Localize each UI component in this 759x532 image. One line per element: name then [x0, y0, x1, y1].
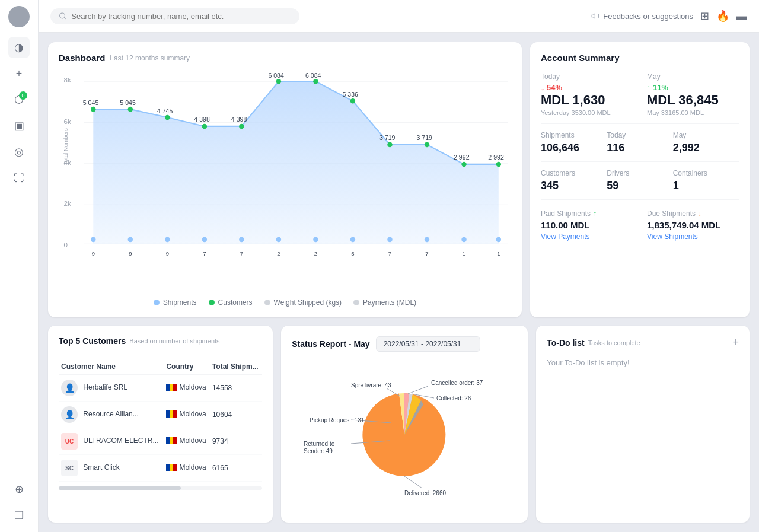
svg-point-0	[60, 13, 65, 18]
svg-text:7: 7	[388, 250, 391, 257]
pie-chart-container: Spre livrare: 43 Cancelled order: 37 Col…	[292, 358, 517, 512]
table-row: 👤 Resource Allian... Moldova 10604	[59, 402, 262, 428]
sidebar-item-add[interactable]: +	[8, 63, 30, 84]
svg-rect-74	[173, 384, 177, 391]
header-right: Feedbacks or suggestions ⊞ 🔥 ▬	[591, 9, 747, 23]
sidebar: ◑ + ⬡ 0 ▣ ◎ ⛶ ⊕ ❐	[0, 0, 39, 532]
main-content: Feedbacks or suggestions ⊞ 🔥 ▬ Dashboard…	[39, 0, 759, 532]
search-box[interactable]	[50, 8, 299, 24]
sidebar-item-layers[interactable]: ❐	[8, 505, 30, 526]
svg-line-1	[64, 18, 65, 19]
customers-stat-row: Customers 345 Drivers 59 Containers 1	[541, 169, 739, 192]
svg-text:2: 2	[277, 250, 280, 257]
svg-text:5 045: 5 045	[120, 99, 136, 106]
feedback-label: Feedbacks or suggestions	[603, 12, 693, 21]
svg-point-45	[425, 142, 429, 148]
may-change: ↑ 11%	[647, 83, 668, 92]
svg-rect-83	[173, 464, 177, 471]
grid-icon[interactable]: ⊞	[700, 9, 709, 23]
legend-payments: Payments (MDL)	[353, 298, 416, 307]
chart-legend: Shipments Customers Weight Shipped (kgs)…	[59, 298, 511, 307]
today-sub: Yesterday 3530.00 MDL	[541, 109, 633, 116]
customer-name: ULTRACOM ELECTR...	[83, 437, 158, 445]
svg-point-30	[313, 237, 318, 243]
chart-header: Dashboard Last 12 months summary	[59, 53, 511, 63]
sidebar-item-circle[interactable]: ◎	[8, 141, 30, 163]
svg-text:6 084: 6 084	[268, 72, 284, 79]
legend-label-weight: Weight Shipped (kgs)	[274, 298, 342, 307]
customer-name: Resource Allian...	[83, 410, 138, 418]
svg-point-38	[165, 115, 170, 120]
shipments-today-col: Today 116	[607, 131, 672, 154]
svg-point-40	[239, 124, 244, 129]
legend-shipments: Shipments	[154, 298, 197, 307]
today-change: ↓ 54%	[541, 83, 562, 92]
date-range-input[interactable]	[376, 336, 480, 352]
feedback-button[interactable]: Feedbacks or suggestions	[591, 12, 693, 21]
containers-col: Containers 1	[673, 169, 739, 192]
chart-subtitle: Last 12 months summary	[110, 54, 190, 62]
search-input[interactable]	[71, 12, 291, 21]
shipments-label: Shipments	[541, 131, 607, 139]
customers-table-container[interactable]: Customer Name Country Total Shipm... 👤 H…	[59, 353, 262, 482]
customer-country-cell: Moldova	[164, 455, 210, 482]
todo-header: To-Do list Tasks to complete +	[547, 336, 739, 349]
customers-header: Top 5 Customers Based on number of shipm…	[59, 336, 262, 346]
svg-rect-76	[170, 410, 173, 418]
flag-moldova	[166, 464, 177, 471]
table-row: 👤 Herbalife SRL Moldova 14558	[59, 375, 262, 402]
svg-text:Pickup Request: 131: Pickup Request: 131	[310, 417, 365, 423]
drivers-label: Drivers	[607, 169, 672, 177]
due-shipments-col: Due Shipments ↓ 1,835,749.04 MDL View Sh…	[647, 209, 739, 241]
shipments-may-col: May 2,992	[673, 131, 739, 154]
customer-name-cell: UC ULTRACOM ELECTR...	[59, 428, 164, 455]
todo-empty-message: Your To-Do list is empty!	[547, 358, 739, 367]
svg-point-32	[387, 237, 392, 243]
paid-row: Paid Shipments ↑ 110.00 MDL View Payment…	[541, 209, 739, 241]
svg-text:2: 2	[314, 250, 317, 257]
sidebar-item-packages[interactable]: ⬡ 0	[8, 89, 30, 110]
drivers-value: 59	[607, 180, 672, 192]
due-down-icon: ↓	[698, 209, 701, 218]
sidebar-item-expand[interactable]: ⛶	[8, 167, 30, 189]
svg-line-95	[404, 476, 422, 488]
badge-count: 0	[19, 91, 27, 100]
view-payments-link[interactable]: View Payments	[541, 232, 633, 241]
legend-customers: Customers	[209, 298, 253, 307]
svg-text:7: 7	[203, 250, 206, 257]
svg-point-27	[202, 237, 207, 243]
svg-text:Cancelled order: 37: Cancelled order: 37	[431, 380, 483, 386]
customer-total-cell: 6165	[210, 455, 262, 482]
menu-icon[interactable]: ▬	[736, 10, 747, 23]
svg-point-33	[425, 237, 429, 243]
header: Feedbacks or suggestions ⊞ 🔥 ▬	[39, 0, 759, 33]
paid-value: 110.00 MDL	[541, 220, 633, 230]
svg-text:Delivered: 2660: Delivered: 2660	[404, 490, 446, 496]
horizontal-scrollbar[interactable]	[59, 486, 262, 490]
svg-text:3 719: 3 719	[417, 134, 433, 141]
sidebar-item-box[interactable]: ▣	[8, 115, 30, 136]
add-todo-button[interactable]: +	[732, 336, 739, 349]
shipments-col: Shipments 106,646	[541, 131, 607, 154]
svg-text:6 084: 6 084	[305, 72, 321, 79]
svg-point-31	[350, 237, 355, 243]
customers-subtitle: Based on number of shipments	[129, 337, 219, 345]
svg-text:7: 7	[240, 250, 243, 257]
svg-text:1: 1	[497, 250, 500, 257]
avatar	[8, 6, 30, 27]
shipments-may-value: 2,992	[673, 142, 739, 154]
shipments-today-label: Today	[607, 131, 672, 139]
sidebar-item-settings[interactable]: ⊕	[8, 479, 30, 500]
sidebar-item-analytics[interactable]: ◑	[8, 37, 30, 58]
svg-rect-72	[166, 384, 170, 391]
svg-point-34	[461, 237, 466, 243]
theme-icon[interactable]: 🔥	[716, 9, 729, 23]
status-report-card: Status Report - May	[281, 326, 528, 523]
svg-text:5 045: 5 045	[83, 99, 99, 106]
svg-point-26	[165, 237, 170, 243]
view-shipments-link[interactable]: View Shipments	[647, 232, 739, 241]
svg-text:5: 5	[351, 250, 354, 257]
svg-point-47	[496, 162, 501, 167]
svg-rect-79	[170, 437, 173, 444]
customer-country-cell: Moldova	[164, 402, 210, 428]
